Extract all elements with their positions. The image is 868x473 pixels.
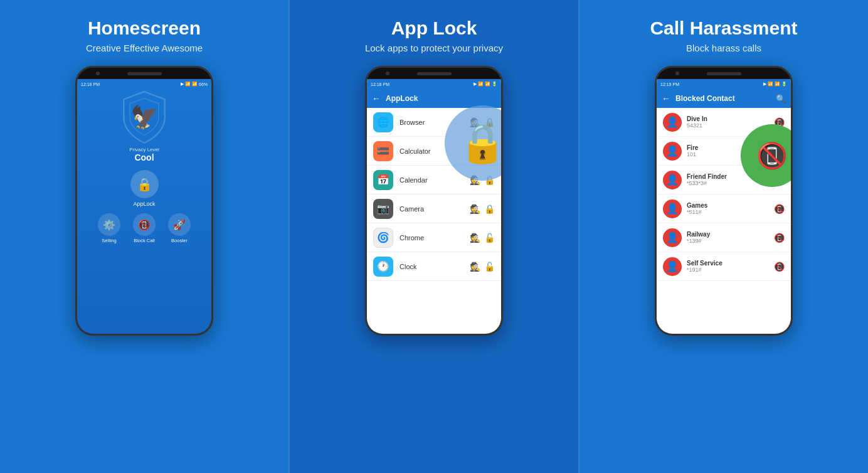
contact-info: Self Service *191# bbox=[687, 260, 774, 273]
contact-avatar: 👤 bbox=[663, 171, 682, 189]
block-phone-icon: 📵 bbox=[774, 262, 785, 272]
phone-screen-1: 12:18 PM ▶ 📶 📶 66% 🦅 Privacy Level Cool … bbox=[77, 79, 211, 334]
camera-dot-2 bbox=[386, 72, 389, 75]
contact-info: Games *511# bbox=[687, 202, 774, 215]
camera-icon: 📷 bbox=[373, 199, 393, 219]
contact-number: *139# bbox=[687, 238, 774, 244]
list-item: 📷 Camera 🕵️ 🔒 bbox=[367, 194, 501, 223]
lock-icon-chrome: 🔓 bbox=[484, 233, 495, 243]
shield-logo: 🦅 bbox=[116, 89, 172, 146]
list-item: 🕐 Clock 🕵️ 🔓 bbox=[367, 252, 501, 281]
status-bar-2: 12:18 PM ▶ 📶 📶 🔋 bbox=[367, 79, 501, 89]
panel1-title: Homescreen bbox=[88, 18, 201, 39]
calculator-icon: 🟰 bbox=[373, 141, 393, 161]
phone-3: 12:19 PM ▶ 📶 📶 🔋 ← Blocked Contact 🔍 👤 D… bbox=[655, 66, 793, 336]
camera-dot-1 bbox=[96, 72, 100, 75]
eagle-icon: 🦅 bbox=[122, 95, 166, 139]
setting-label: Setting bbox=[102, 238, 116, 243]
browser-icon: 🌐 bbox=[373, 112, 393, 132]
calendar-name: Calendar bbox=[400, 176, 470, 184]
back-button-2[interactable]: ← bbox=[372, 93, 381, 104]
panel3-title: Call Harassment bbox=[650, 18, 797, 39]
phone-screen-3: 12:19 PM ▶ 📶 📶 🔋 ← Blocked Contact 🔍 👤 D… bbox=[657, 79, 791, 334]
panel-homescreen: Homescreen Creative Effective Awesome 12… bbox=[0, 0, 288, 473]
status-left-1: 12:18 PM bbox=[81, 82, 100, 87]
contact-name: Railway bbox=[687, 231, 774, 238]
privacy-level-label: Privacy Level bbox=[129, 147, 159, 152]
booster-label: Booster bbox=[171, 238, 188, 243]
phone-1: 12:18 PM ▶ 📶 📶 66% 🦅 Privacy Level Cool … bbox=[75, 66, 213, 336]
contact-number: *191# bbox=[687, 267, 774, 273]
speaker-1 bbox=[127, 72, 162, 75]
chrome-name: Chrome bbox=[400, 234, 470, 242]
phone-top-3 bbox=[657, 68, 791, 79]
contact-avatar: 👤 bbox=[663, 228, 682, 247]
panel-call-harassment: Call Harassment Block harass calls 12:19… bbox=[580, 0, 868, 473]
booster-item[interactable]: 🚀 Booster bbox=[168, 213, 191, 243]
bottom-icons-row: ⚙️ Setting 📵 Block Call 🚀 Booster bbox=[92, 213, 197, 243]
block-call-label: Block Call bbox=[134, 238, 154, 243]
clock-icon: 🕐 bbox=[373, 257, 393, 277]
list-item: 👤 Self Service *191# 📵 bbox=[657, 252, 791, 281]
status-bar-1: 12:18 PM ▶ 📶 📶 66% bbox=[77, 79, 211, 89]
lock-icon-cam: 🔒 bbox=[484, 204, 495, 214]
contact-info: Railway *139# bbox=[687, 231, 774, 244]
list-item: 🌀 Chrome 🕵️ 🔓 bbox=[367, 223, 501, 252]
block-phone-icon: 📵 bbox=[774, 233, 785, 243]
phone-top-2 bbox=[367, 68, 501, 79]
applock-header-title: AppLock bbox=[386, 94, 418, 103]
booster-icon: 🚀 bbox=[168, 213, 191, 236]
blocked-contact-header: ← Blocked Contact 🔍 bbox=[657, 89, 791, 108]
panel3-subtitle: Block harass calls bbox=[686, 43, 761, 53]
back-button-3[interactable]: ← bbox=[662, 93, 670, 104]
list-item: 👤 Games *511# 📵 bbox=[657, 194, 791, 223]
spy-icon-cam: 🕵️ bbox=[470, 204, 480, 214]
setting-icon: ⚙️ bbox=[98, 213, 120, 236]
phone-top-1 bbox=[77, 68, 211, 79]
camera-name: Camera bbox=[400, 205, 470, 213]
cool-label: Cool bbox=[134, 152, 154, 162]
panel2-subtitle: Lock apps to protect your privacy bbox=[365, 43, 503, 53]
panel-applock: App Lock Lock apps to protect your priva… bbox=[288, 0, 580, 473]
contact-avatar: 👤 bbox=[663, 199, 682, 218]
contact-avatar: 👤 bbox=[663, 257, 682, 276]
list-item: 👤 Railway *139# 📵 bbox=[657, 223, 791, 252]
status-right-1: ▶ 📶 📶 66% bbox=[181, 82, 208, 87]
panel1-subtitle: Creative Effective Awesome bbox=[86, 43, 203, 53]
block-call-item[interactable]: 📵 Block Call bbox=[133, 213, 156, 243]
speaker-3 bbox=[707, 72, 741, 75]
search-icon[interactable]: 🔍 bbox=[776, 94, 786, 104]
camera-dot-3 bbox=[675, 72, 679, 75]
applock-center-icon[interactable]: 🔒 bbox=[130, 170, 159, 198]
contact-number: *511# bbox=[687, 209, 774, 215]
applock-center-label: AppLock bbox=[133, 201, 155, 207]
contact-name: Dive In bbox=[687, 115, 774, 122]
contact-avatar: 👤 bbox=[663, 113, 682, 132]
block-phone-icon: 📵 bbox=[774, 204, 785, 214]
speaker-2 bbox=[417, 72, 452, 75]
clock-name: Clock bbox=[400, 263, 470, 270]
contact-avatar: 👤 bbox=[663, 142, 682, 161]
lock-icon-clock: 🔓 bbox=[484, 262, 495, 272]
contact-name: Self Service bbox=[687, 260, 774, 267]
phone-2: 12:18 PM ▶ 📶 📶 🔋 ← AppLock 🌐 Browser 🕵️ … bbox=[365, 66, 503, 336]
status-bar-3: 12:19 PM ▶ 📶 📶 🔋 bbox=[657, 79, 791, 89]
block-call-icon: 📵 bbox=[133, 213, 156, 236]
setting-item[interactable]: ⚙️ Setting bbox=[98, 213, 120, 243]
calendar-icon: 📅 bbox=[373, 170, 393, 190]
spy-icon-clock: 🕵️ bbox=[470, 262, 480, 272]
contact-name: Games bbox=[687, 202, 774, 209]
blocked-contact-title: Blocked Contact bbox=[675, 94, 735, 103]
chrome-icon: 🌀 bbox=[373, 228, 393, 248]
panel2-title: App Lock bbox=[391, 18, 477, 39]
spy-icon-chrome: 🕵️ bbox=[470, 233, 480, 243]
